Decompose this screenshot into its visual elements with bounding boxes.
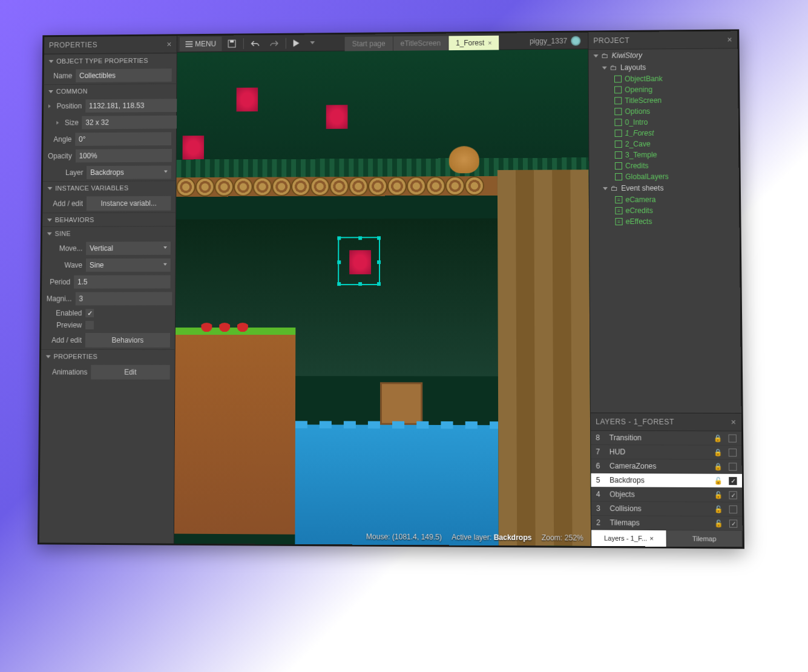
visible-checkbox[interactable] xyxy=(729,505,737,513)
lock-icon[interactable]: 🔓 xyxy=(714,491,723,499)
move-label: Move... xyxy=(47,244,83,252)
layout-viewport[interactable]: Mouse: (1081.4, 149.5) Active layer: Bac… xyxy=(174,49,591,546)
layout-item-ObjectBank[interactable]: ObjectBank xyxy=(589,73,738,85)
save-button[interactable] xyxy=(223,36,241,51)
redo-button[interactable] xyxy=(266,36,284,50)
layout-item-3_Temple[interactable]: 3_Temple xyxy=(589,149,738,160)
period-label: Period xyxy=(47,278,70,286)
layout-item-TitleScreen[interactable]: TitleScreen xyxy=(589,94,738,107)
status-bar: Mouse: (1081.4, 149.5) Active layer: Bac… xyxy=(366,532,583,542)
visible-checkbox[interactable] xyxy=(729,519,737,527)
instance-vars-button[interactable]: Instance variabl... xyxy=(87,196,171,211)
save-icon xyxy=(228,39,237,48)
selection-box[interactable] xyxy=(338,237,380,285)
layouts-folder[interactable]: 🗀Layouts xyxy=(589,61,738,74)
tab-etitlescreen[interactable]: eTitleScreen xyxy=(393,36,448,50)
user-box[interactable]: piggy_1337 xyxy=(530,36,585,46)
eventsheet-item-eCredits[interactable]: ≡eCredits xyxy=(590,205,739,216)
lock-icon[interactable]: 🔓 xyxy=(714,505,723,513)
layer-row-Collisions[interactable]: 3Collisions🔓 xyxy=(591,502,743,517)
layer-row-Tilemaps[interactable]: 2Tilemaps🔓 xyxy=(591,516,743,531)
eventsheet-icon: ≡ xyxy=(615,218,622,225)
layer-row-HUD[interactable]: 7HUD🔒 xyxy=(591,445,741,460)
crate[interactable] xyxy=(380,382,422,425)
eventsheet-item-eCamera[interactable]: ≡eCamera xyxy=(590,194,739,205)
menu-button[interactable]: MENU xyxy=(180,36,222,51)
opacity-field[interactable] xyxy=(76,149,172,162)
section-common[interactable]: COMMON xyxy=(44,84,176,98)
angle-field[interactable] xyxy=(75,132,171,146)
undo-button[interactable] xyxy=(246,36,264,51)
section-props2[interactable]: PROPERTIES xyxy=(41,349,175,363)
tilemap-tab[interactable]: Tilemap xyxy=(667,530,743,547)
close-icon[interactable]: × xyxy=(731,417,737,427)
layout-item-Credits[interactable]: Credits xyxy=(590,160,739,171)
layer-row-CameraZones[interactable]: 6CameraZones🔒 xyxy=(591,459,741,473)
wave-label: Wave xyxy=(47,261,82,269)
layout-item-2_Cave[interactable]: 2_Cave xyxy=(589,138,738,150)
size-field[interactable] xyxy=(82,116,178,130)
play-button[interactable] xyxy=(289,36,304,50)
kiwi-sprite[interactable] xyxy=(449,146,479,173)
move-select[interactable]: Vertical xyxy=(86,242,171,255)
section-instance-vars[interactable]: INSTANCE VARIABLES xyxy=(43,180,176,195)
section-behaviors[interactable]: BEHAVIORS xyxy=(42,212,176,226)
pillar xyxy=(498,170,591,546)
folder-icon: 🗀 xyxy=(610,64,617,72)
lock-icon[interactable]: 🔒 xyxy=(714,448,722,456)
period-field[interactable] xyxy=(74,275,171,289)
close-icon[interactable]: × xyxy=(649,535,654,542)
visible-checkbox[interactable] xyxy=(729,463,737,470)
close-icon[interactable]: × xyxy=(166,39,172,49)
close-icon[interactable]: × xyxy=(488,39,491,46)
position-label: Position xyxy=(56,102,82,110)
behaviors-button[interactable]: Behaviors xyxy=(85,333,170,348)
position-field[interactable] xyxy=(85,99,182,113)
visible-checkbox[interactable] xyxy=(729,476,737,484)
visible-checkbox[interactable] xyxy=(729,491,737,499)
layout-item-Options[interactable]: Options xyxy=(589,105,738,117)
magni-field[interactable] xyxy=(75,292,172,305)
tab-startpage[interactable]: Start page xyxy=(345,36,393,51)
undo-icon xyxy=(251,40,260,47)
layer-row-Backdrops[interactable]: 5Backdrops🔓 xyxy=(591,473,742,489)
lock-icon[interactable]: 🔓 xyxy=(714,476,723,484)
addedit-bhv-label: Add / edit xyxy=(46,336,82,344)
layers-tab[interactable]: Layers - 1_F...× xyxy=(591,530,667,546)
project-title: PROJECT xyxy=(593,36,629,45)
preview-checkbox[interactable] xyxy=(85,321,94,329)
beetle-sprite[interactable] xyxy=(182,136,204,160)
layout-icon xyxy=(615,162,622,170)
layer-row-Transition[interactable]: 8Transition🔒 xyxy=(591,431,741,446)
lock-icon[interactable]: 🔓 xyxy=(714,519,723,527)
layer-select[interactable]: Backdrops xyxy=(87,166,171,179)
lock-icon[interactable]: 🔒 xyxy=(714,463,722,470)
eventsheets-folder[interactable]: 🗀Event sheets xyxy=(590,182,739,194)
eventsheet-item-eEffects[interactable]: ≡eEffects xyxy=(590,216,739,227)
beetle-sprite[interactable] xyxy=(237,88,258,112)
layout-item-Opening[interactable]: Opening xyxy=(589,84,738,96)
name-field[interactable] xyxy=(76,68,172,82)
tab-1forest[interactable]: 1_Forest× xyxy=(448,35,500,50)
project-root[interactable]: 🗀KiwiStory xyxy=(588,48,737,62)
edit-animations-button[interactable]: Edit xyxy=(91,365,169,380)
close-icon[interactable]: × xyxy=(727,35,732,44)
visible-checkbox[interactable] xyxy=(728,434,736,442)
section-sine[interactable]: SINE xyxy=(42,226,176,240)
enabled-checkbox[interactable]: ✓ xyxy=(85,309,94,317)
wave-select[interactable]: Sine xyxy=(86,259,171,272)
lock-icon[interactable]: 🔒 xyxy=(714,434,722,442)
section-object-type[interactable]: OBJECT TYPE PROPERTIES xyxy=(44,53,177,68)
layout-item-0_Intro[interactable]: 0_Intro xyxy=(589,116,738,128)
layout-tabs: Start page eTitleScreen 1_Forest× xyxy=(345,33,500,51)
opacity-label: Opacity xyxy=(48,152,72,160)
play-dropdown[interactable] xyxy=(306,36,320,50)
center-area: MENU Start page eTitleScreen 1_Forest× p… xyxy=(174,33,591,546)
visible-checkbox[interactable] xyxy=(729,448,737,456)
selected-beetle[interactable] xyxy=(349,250,371,274)
layer-row-Objects[interactable]: 4Objects🔓 xyxy=(591,487,742,502)
layout-item-GlobalLayers[interactable]: GlobalLayers xyxy=(590,171,739,182)
layout-item-1_Forest[interactable]: 1_Forest xyxy=(589,127,738,139)
avatar-icon xyxy=(571,36,580,45)
beetle-sprite[interactable] xyxy=(326,105,348,129)
